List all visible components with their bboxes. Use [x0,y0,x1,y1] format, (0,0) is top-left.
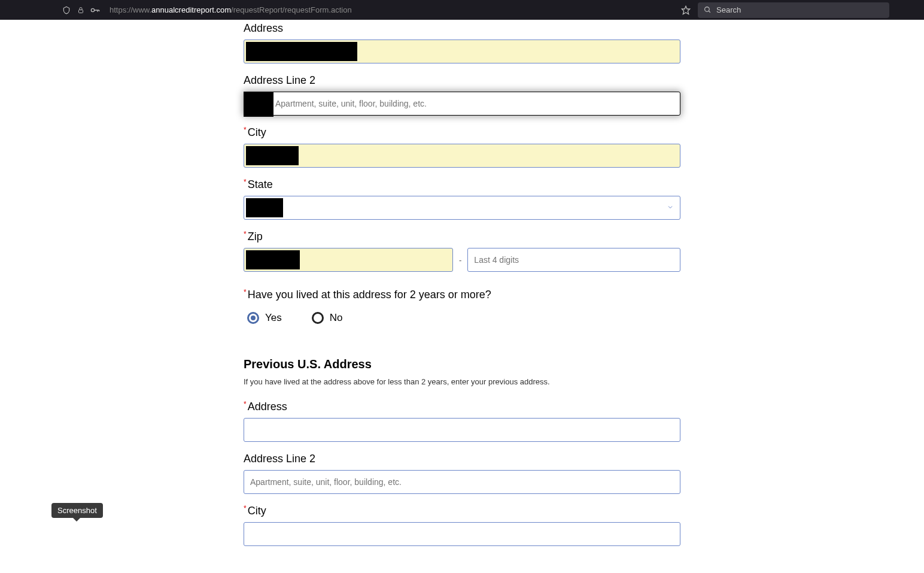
radio-yes[interactable]: Yes [247,312,282,324]
page-content: Address Address Line 2 *City *State [0,20,924,573]
prev-address2-label: Address Line 2 [244,442,680,470]
prev-city-label: *City [244,494,680,522]
search-box[interactable]: Search [698,2,889,18]
shield-icon[interactable] [62,5,71,15]
previous-address-subtext: If you have lived at the address above f… [244,377,680,390]
required-asterisk: * [244,230,247,238]
zip-row: - [244,248,680,272]
url-text: https://www.annualcreditreport.com/reque… [110,5,352,14]
residency-question: *Have you lived at this address for 2 ye… [244,272,680,312]
prev-address2-input[interactable] [244,470,680,494]
svg-rect-0 [79,10,83,13]
required-asterisk: * [244,126,247,134]
required-asterisk: * [244,178,247,186]
radio-dot-icon [251,316,256,320]
zip4-wrap [467,248,680,272]
zip4-input[interactable] [467,248,680,272]
city-input[interactable] [244,144,680,168]
prev-field-city: *City [244,494,680,546]
address2-label: Address Line 2 [244,63,680,92]
url-bar[interactable]: https://www.annualcreditreport.com/reque… [105,5,674,14]
field-city: *City [244,116,680,168]
field-state: *State [244,168,680,220]
svg-point-3 [705,7,710,12]
search-placeholder: Search [716,5,741,14]
required-asterisk: * [244,288,247,296]
form-container: Address Address Line 2 *City *State [244,20,680,573]
radio-no-circle [312,312,324,324]
radio-no-label: No [330,312,343,324]
address2-input[interactable] [244,92,680,116]
prev-field-address2: Address Line 2 [244,442,680,494]
bookmark-star-icon[interactable] [679,5,693,15]
field-address: Address [244,20,680,63]
address-label: Address [244,20,680,40]
state-select[interactable] [244,196,680,220]
previous-address-heading: Previous U.S. Address [244,336,680,377]
zip5-input[interactable] [244,248,453,272]
prev-address-input[interactable] [244,418,680,442]
prev-city-input[interactable] [244,522,680,546]
browser-toolbar: https://www.annualcreditreport.com/reque… [0,0,924,20]
residency-radio-group: Yes No [244,312,680,336]
field-address2: Address Line 2 [244,63,680,116]
field-zip: *Zip - [244,220,680,272]
required-asterisk: * [244,400,247,408]
screenshot-tooltip: Screenshot [51,503,103,518]
screenshot-tooltip-text: Screenshot [57,506,97,515]
state-label: *State [244,168,680,196]
chevron-down-icon [667,203,674,213]
zip5-wrap [244,248,453,272]
search-icon [704,6,712,14]
radio-no[interactable]: No [312,312,343,324]
required-asterisk: * [244,504,247,513]
lock-icon[interactable] [76,5,86,15]
address-input[interactable] [244,40,680,63]
prev-address-label: *Address [244,390,680,418]
radio-yes-circle [247,312,259,324]
zip-dash: - [459,256,461,265]
svg-point-1 [91,8,94,11]
prev-field-address: *Address [244,390,680,442]
zip-label: *Zip [244,220,680,248]
svg-marker-2 [682,6,689,14]
state-select-wrap [244,196,680,220]
city-input-wrap [244,144,680,168]
address2-input-wrap [244,92,680,116]
city-label: *City [244,116,680,144]
key-icon[interactable] [90,5,100,15]
svg-line-4 [709,11,710,13]
radio-yes-label: Yes [265,312,282,324]
address-input-wrap [244,40,680,63]
